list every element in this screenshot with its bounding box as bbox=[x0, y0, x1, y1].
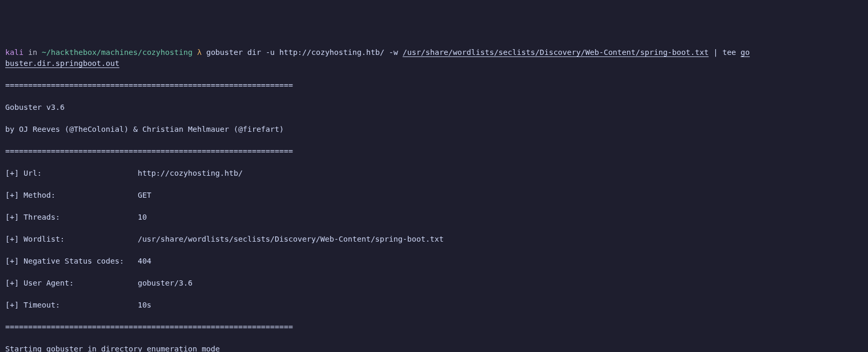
rule-line: ========================================… bbox=[5, 146, 863, 157]
info-neg: [+] Negative Status codes: 404 bbox=[5, 256, 863, 267]
pipe-char: | bbox=[708, 48, 722, 56]
wordlist-arg: /usr/share/wordlists/seclists/Discovery/… bbox=[403, 48, 709, 56]
rule-line: ========================================… bbox=[5, 80, 863, 91]
outfile-part2: buster.dir.springboot.out bbox=[5, 59, 119, 67]
prompt-line-1[interactable]: kali in ~/hackthebox/machines/cozyhostin… bbox=[5, 47, 863, 69]
info-method: [+] Method: GET bbox=[5, 190, 863, 201]
banner-line-1: Gobuster v3.6 bbox=[5, 102, 863, 113]
info-url: [+] Url: http://cozyhosting.htb/ bbox=[5, 168, 863, 179]
prompt-user: kali bbox=[5, 48, 24, 56]
outfile-part1: go bbox=[741, 48, 750, 56]
prompt-in: in bbox=[28, 48, 37, 56]
prompt-lambda-icon: λ bbox=[197, 48, 202, 56]
rule-line: ========================================… bbox=[5, 322, 863, 333]
info-threads: [+] Threads: 10 bbox=[5, 212, 863, 223]
starting-line: Starting gobuster in directory enumerati… bbox=[5, 344, 863, 352]
prompt-path: ~/hackthebox/machines/cozyhosting bbox=[42, 48, 193, 56]
tee-cmd: tee bbox=[723, 48, 741, 56]
info-wordlist: [+] Wordlist: /usr/share/wordlists/secli… bbox=[5, 234, 863, 245]
command-text: gobuster dir -u http://cozyhosting.htb/ … bbox=[206, 48, 402, 56]
banner-line-2: by OJ Reeves (@TheColonial) & Christian … bbox=[5, 124, 863, 135]
info-timeout: [+] Timeout: 10s bbox=[5, 300, 863, 311]
info-ua: [+] User Agent: gobuster/3.6 bbox=[5, 278, 863, 289]
